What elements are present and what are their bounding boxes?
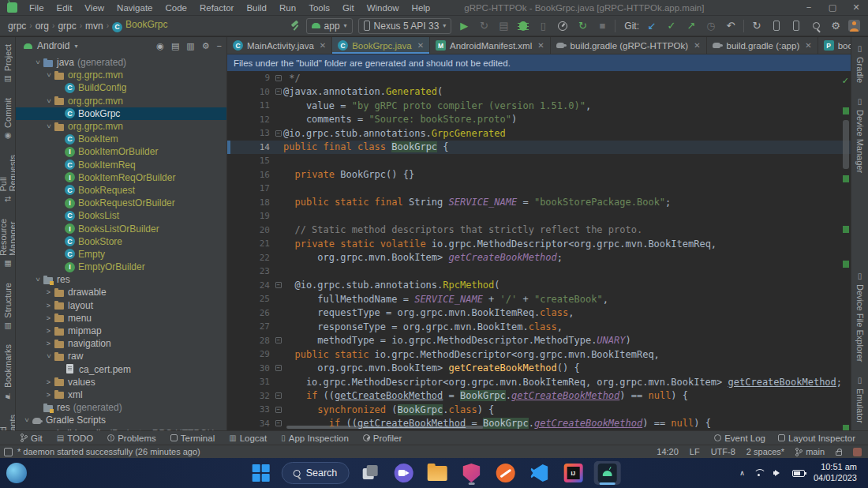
code-line[interactable]: 20 // Static method descriptors that str… (227, 223, 851, 238)
tab-close-icon[interactable]: ✕ (805, 41, 811, 50)
menu-code[interactable]: Code (159, 2, 193, 13)
code-line[interactable]: 33− synchronized (BookGrpc.class) { (227, 403, 851, 417)
tree-item-org-grpc-mvn[interactable]: >org.grpc.mvn (16, 95, 226, 107)
toolwindow-git[interactable]: Git (21, 434, 43, 443)
menu-git[interactable]: Git (337, 2, 360, 13)
tree-item-ca-cert-pem[interactable]: ca_cert.pem (16, 363, 226, 376)
fold-icon[interactable]: − (275, 88, 282, 95)
profiler-button[interactable] (556, 19, 570, 33)
tool-windows-widget-icon[interactable] (4, 448, 13, 456)
tree-item-empty[interactable]: CEmpty (16, 248, 226, 261)
build-hammer-icon[interactable] (290, 21, 301, 31)
code-line[interactable]: 19 (227, 209, 851, 223)
menu-edit[interactable]: Edit (51, 2, 78, 13)
tree-chevron-icon[interactable]: > (44, 378, 53, 386)
editor-scroll-column[interactable]: ✓ (841, 71, 851, 430)
toolwindow-terminal[interactable]: Terminal (170, 434, 215, 443)
fold-marker[interactable]: − (273, 75, 283, 81)
start-button[interactable] (248, 461, 275, 485)
fold-icon[interactable]: − (275, 75, 282, 81)
sidebar-item-gradle[interactable]: ▯Gradle (855, 44, 865, 83)
menu-tools[interactable]: Tools (303, 2, 335, 13)
apply-code-changes-button[interactable]: ▤ (496, 19, 511, 33)
tree-item-bookitemorbuilder[interactable]: IBookItemOrBuilder (16, 145, 226, 158)
breadcrumb-item[interactable]: grpc (8, 21, 26, 32)
tab-close-icon[interactable]: ✕ (417, 41, 424, 50)
tree-item-bookitem[interactable]: CBookItem (16, 133, 226, 145)
tab-build-gradle-app-[interactable]: build.gradle (:app)✕ (707, 37, 818, 54)
fold-marker[interactable]: − (273, 407, 283, 413)
toolwindow-logcat[interactable]: ▥ Logcat (229, 434, 267, 443)
tray-expand-icon[interactable]: ∧ (739, 469, 745, 477)
fold-icon[interactable]: − (275, 130, 282, 137)
fold-icon[interactable]: − (275, 407, 282, 413)
gradle-sync-button[interactable]: ↻ (750, 19, 764, 33)
task-view-button[interactable] (356, 461, 383, 485)
fold-icon[interactable]: − (275, 337, 282, 343)
device-select[interactable]: Nexus 5 API 33 ▾ (358, 18, 452, 34)
tree-item-bookrequest[interactable]: CBookRequest (16, 184, 226, 197)
tab-close-icon[interactable]: ✕ (537, 41, 544, 50)
tree-chevron-icon[interactable]: > (45, 122, 53, 131)
attach-debugger-button[interactable]: ▯ (536, 19, 550, 33)
menu-file[interactable]: File (24, 2, 50, 13)
intellij-button[interactable]: IJ (559, 461, 586, 485)
vscode-button[interactable] (526, 461, 552, 485)
widgets-icon[interactable] (6, 463, 27, 483)
run-button[interactable]: ▶ (457, 19, 471, 33)
tree-item-bookslist[interactable]: CBooksList (16, 209, 226, 222)
code-line[interactable]: 14public final class BookGrpc { (227, 141, 851, 155)
tree-item-layout[interactable]: >layout (16, 299, 226, 312)
indent-indicator[interactable]: 2 spaces* (746, 447, 784, 456)
code-line[interactable]: 22 org.grpc.mvn.BookItem> getCreateBookM… (227, 251, 851, 265)
code-line[interactable]: 26 requestType = org.grpc.mvn.BookItemRe… (227, 306, 851, 321)
tree-item-buildconfig[interactable]: CBuildConfig (16, 81, 226, 94)
code-line[interactable]: 10−@javax.annotation.Generated( (227, 85, 851, 99)
debug-button[interactable] (516, 19, 530, 33)
tree-chevron-icon[interactable]: > (44, 340, 53, 347)
breadcrumb-item[interactable]: CBookGrpc (112, 19, 167, 32)
clock[interactable]: 10:51 am 04/01/2023 (814, 462, 857, 484)
toolwindow-app-inspection[interactable]: ▯ App Inspection (281, 434, 349, 443)
stop-button[interactable]: ■ (595, 19, 609, 33)
code-line[interactable]: 24− @io.grpc.stub.annotations.RpcMethod( (227, 279, 851, 293)
encoding-indicator[interactable]: UTF-8 (711, 447, 735, 456)
fold-marker[interactable]: − (273, 337, 283, 343)
tree-chevron-icon[interactable]: > (45, 352, 53, 361)
taskbar-search[interactable]: Search (282, 462, 350, 484)
tree-chevron-icon[interactable]: > (44, 391, 53, 399)
code-line[interactable]: 21 private static volatile io.grpc.Metho… (227, 237, 851, 251)
fold-icon[interactable]: − (275, 420, 282, 426)
profile-app-button[interactable]: ↻ (575, 19, 589, 33)
tree-item-java[interactable]: >java (generated) (16, 56, 226, 69)
fold-icon[interactable]: − (275, 282, 282, 288)
tree-item-navigation[interactable]: >navigation (16, 337, 226, 350)
project-view-select[interactable]: Android (37, 40, 69, 51)
tree-chevron-icon[interactable]: > (44, 314, 53, 322)
tree-chevron-icon[interactable]: > (44, 327, 53, 335)
fold-icon[interactable]: − (275, 392, 282, 399)
code-line[interactable]: 31 io.grpc.MethodDescriptor<org.grpc.mvn… (227, 375, 851, 389)
sidebar-item-project[interactable]: ▤Project (3, 44, 13, 84)
orange-app-button[interactable] (492, 461, 518, 485)
menu-refactor[interactable]: Refactor (194, 2, 239, 13)
panel-settings-icon[interactable]: ⚙ (202, 41, 210, 51)
menu-help[interactable]: Help (406, 2, 436, 13)
menu-navigate[interactable]: Navigate (111, 2, 158, 13)
tree-item-res[interactable]: res (generated) (16, 401, 226, 414)
tree-item-org-grpc-mvn[interactable]: >org.grpc.mvn (16, 120, 226, 133)
breadcrumb-item[interactable]: org (36, 21, 49, 32)
close-button[interactable]: ✕ (844, 2, 868, 13)
code-line[interactable]: 17 (227, 182, 851, 196)
read-lock-icon[interactable] (836, 451, 842, 456)
caret-position[interactable]: 14:20 (657, 447, 679, 456)
git-rollback-button[interactable]: ↶ (724, 19, 738, 33)
sidebar-item-commit[interactable]: ◉Commit (3, 98, 13, 141)
battery-icon[interactable] (792, 470, 805, 477)
code-line[interactable]: 23 (227, 265, 851, 279)
file-explorer-button[interactable] (424, 461, 451, 485)
code-line[interactable]: 9− */ (227, 71, 851, 85)
menu-build[interactable]: Build (241, 2, 272, 13)
settings-button[interactable]: ⚙ (829, 19, 843, 33)
tree-item-values[interactable]: >values (16, 376, 226, 389)
